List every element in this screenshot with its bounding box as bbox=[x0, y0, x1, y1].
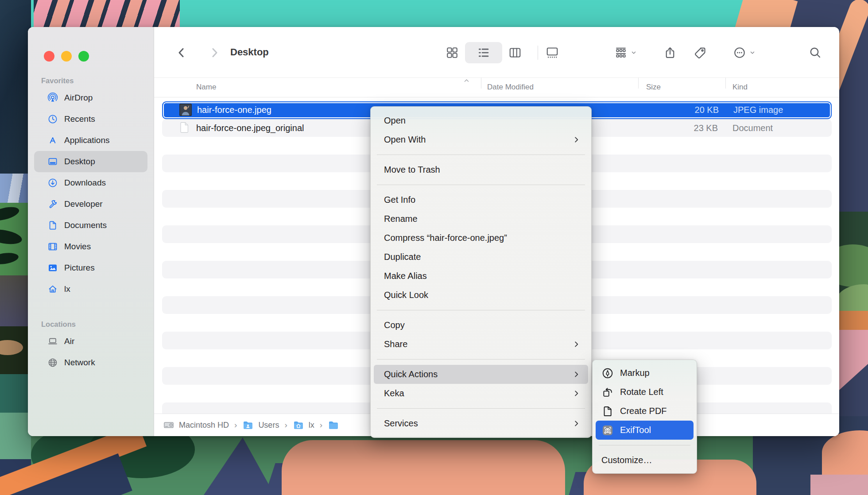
window-controls bbox=[44, 51, 89, 62]
list-view-button[interactable] bbox=[465, 42, 502, 63]
wallpaper-shape bbox=[0, 374, 31, 413]
quick-action-markup[interactable]: Markup bbox=[593, 364, 697, 383]
finder-toolbar: Desktop bbox=[154, 27, 839, 78]
film-icon bbox=[47, 241, 58, 252]
sidebar-item-downloads[interactable]: Downloads bbox=[34, 172, 147, 193]
sidebar-item-developer[interactable]: Developer bbox=[34, 193, 147, 215]
exiftool-icon bbox=[601, 424, 614, 437]
submenu-chevron-icon bbox=[572, 370, 581, 379]
home-icon bbox=[47, 284, 58, 294]
chevron-right-icon bbox=[208, 46, 221, 59]
menu-item-quick-look[interactable]: Quick Look bbox=[371, 286, 591, 305]
column-header-date-modified[interactable]: Date Modified bbox=[487, 77, 534, 97]
column-divider[interactable] bbox=[481, 77, 481, 89]
list-view-icon bbox=[477, 46, 490, 59]
chevron-down-icon bbox=[631, 50, 637, 56]
minimize-button[interactable] bbox=[61, 51, 72, 62]
menu-item-get-info[interactable]: Get Info bbox=[371, 190, 591, 209]
column-divider[interactable] bbox=[725, 77, 726, 89]
file-kind: Document bbox=[732, 119, 773, 137]
window-title: Desktop bbox=[230, 27, 269, 77]
forward-button[interactable] bbox=[205, 42, 223, 63]
desktop-icon bbox=[47, 156, 58, 167]
sidebar-item-label: Developer bbox=[64, 199, 103, 209]
quick-action-label: Markup bbox=[620, 368, 650, 378]
menu-item-label: Compress “hair-force-one.jpeg” bbox=[384, 233, 581, 243]
search-button[interactable] bbox=[805, 42, 825, 63]
wallpaper-shape bbox=[810, 475, 868, 495]
create-pdf-icon bbox=[601, 405, 614, 418]
menu-divider bbox=[377, 310, 585, 310]
menu-item-label: Quick Look bbox=[384, 290, 581, 300]
menu-item-share[interactable]: Share bbox=[371, 335, 591, 354]
quick-action-create-pdf[interactable]: Create PDF bbox=[593, 402, 697, 421]
menu-item-open[interactable]: Open bbox=[371, 111, 591, 130]
menu-item-open-with[interactable]: Open With bbox=[371, 130, 591, 149]
menu-item-label: Get Info bbox=[384, 195, 581, 205]
gallery-view-button[interactable] bbox=[542, 42, 562, 63]
hard-drive-icon bbox=[163, 419, 174, 431]
column-header-kind[interactable]: Kind bbox=[732, 77, 748, 97]
menu-item-services[interactable]: Services bbox=[371, 414, 591, 433]
search-icon bbox=[809, 46, 822, 59]
column-divider[interactable] bbox=[638, 77, 639, 89]
sidebar-item-network[interactable]: Network bbox=[34, 352, 147, 373]
quick-action-customize[interactable]: Customize… bbox=[593, 451, 697, 470]
more-actions-button[interactable] bbox=[727, 42, 761, 63]
icon-view-button[interactable] bbox=[442, 42, 462, 63]
path-separator-icon: › bbox=[320, 420, 322, 430]
menu-item-duplicate[interactable]: Duplicate bbox=[371, 248, 591, 267]
sidebar-item-label: Air bbox=[64, 336, 74, 346]
menu-item-rename[interactable]: Rename bbox=[371, 209, 591, 228]
quick-action-rotate-left[interactable]: Rotate Left bbox=[593, 383, 697, 402]
sidebar-item-lx[interactable]: lx bbox=[34, 278, 147, 300]
sidebar-item-label: Network bbox=[64, 358, 95, 367]
more-icon bbox=[733, 46, 746, 59]
menu-item-move-to-trash[interactable]: Move to Trash bbox=[371, 160, 591, 179]
zoom-button[interactable] bbox=[78, 51, 89, 62]
column-header-name[interactable]: Name bbox=[196, 77, 216, 97]
path-segment-lx[interactable]: lx bbox=[309, 421, 314, 430]
sidebar-item-airdrop[interactable]: AirDrop bbox=[34, 87, 147, 108]
clock-icon bbox=[47, 114, 58, 124]
sidebar-item-applications[interactable]: Applications bbox=[34, 130, 147, 151]
sidebar-item-label: Pictures bbox=[64, 263, 95, 273]
submenu-chevron-icon bbox=[572, 419, 581, 428]
sidebar-sections: FavoritesAirDropRecentsApplicationsDeskt… bbox=[28, 74, 154, 373]
sidebar-section-title: Favorites bbox=[28, 74, 154, 87]
sidebar-item-label: Documents bbox=[64, 220, 107, 230]
sidebar-item-pictures[interactable]: Pictures bbox=[34, 257, 147, 278]
sidebar-item-air[interactable]: Air bbox=[34, 331, 147, 352]
wallpaper-shape bbox=[282, 440, 565, 495]
hammer-icon bbox=[47, 199, 58, 209]
sidebar-section-title: Locations bbox=[28, 317, 154, 331]
submenu-chevron-icon bbox=[572, 389, 581, 398]
group-by-button[interactable] bbox=[608, 42, 642, 63]
quick-action-label: Customize… bbox=[601, 455, 652, 465]
sidebar-item-documents[interactable]: Documents bbox=[34, 215, 147, 236]
column-header-size[interactable]: Size bbox=[646, 77, 661, 97]
quick-action-label: ExifTool bbox=[620, 425, 651, 435]
menu-item-make-alias[interactable]: Make Alias bbox=[371, 267, 591, 286]
close-button[interactable] bbox=[44, 51, 54, 62]
path-segment-macintosh-hd[interactable]: Macintosh HD bbox=[179, 421, 229, 430]
menu-divider bbox=[377, 359, 585, 360]
path-segment-users[interactable]: Users bbox=[258, 421, 279, 430]
markup-icon bbox=[601, 367, 614, 379]
menu-item-keka[interactable]: Keka bbox=[371, 384, 591, 403]
column-view-button[interactable] bbox=[505, 42, 525, 63]
share-button[interactable] bbox=[660, 42, 680, 63]
sidebar-gap bbox=[28, 300, 154, 317]
gallery-view-icon bbox=[546, 46, 559, 59]
back-button[interactable] bbox=[173, 42, 190, 63]
menu-item-quick-actions[interactable]: Quick Actions bbox=[374, 365, 588, 384]
menu-item-compress-hair-force-one-jpeg[interactable]: Compress “hair-force-one.jpeg” bbox=[371, 228, 591, 248]
tags-button[interactable] bbox=[690, 42, 710, 63]
globe-icon bbox=[47, 357, 58, 368]
menu-item-copy[interactable]: Copy bbox=[371, 316, 591, 335]
quick-action-exiftool[interactable]: ExifTool bbox=[596, 421, 694, 440]
sidebar-item-desktop[interactable]: Desktop bbox=[34, 151, 147, 172]
menu-item-label: Quick Actions bbox=[384, 369, 572, 379]
sidebar-item-movies[interactable]: Movies bbox=[34, 236, 147, 257]
sidebar-item-recents[interactable]: Recents bbox=[34, 108, 147, 130]
